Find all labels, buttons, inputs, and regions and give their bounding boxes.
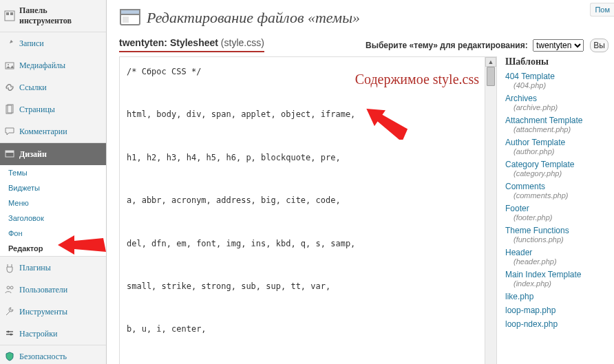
theme-select[interactable]: twentyten xyxy=(533,39,584,52)
svg-rect-6 xyxy=(8,105,13,113)
submenu-header[interactable]: Заголовок xyxy=(0,211,106,226)
template-file-item: Theme Functions(functions.php) xyxy=(505,226,608,244)
sidebar-item-pages[interactable]: Страницы xyxy=(0,98,106,120)
code-editor[interactable]: /* Сброс CSS */ html, body, div, span, a… xyxy=(119,56,497,364)
template-file-link[interactable]: 404 Template xyxy=(505,72,555,81)
svg-point-9 xyxy=(7,286,10,289)
svg-point-14 xyxy=(10,334,12,336)
template-file-item: like.php xyxy=(505,292,608,301)
svg-rect-5 xyxy=(6,105,12,114)
sidebar-label: Пользователи xyxy=(19,285,67,295)
appearance-icon xyxy=(4,149,15,160)
submenu-background[interactable]: Фон xyxy=(0,226,106,241)
sidebar-label: Комментарии xyxy=(19,127,67,137)
scroll-up-icon[interactable]: ▲ xyxy=(485,57,496,67)
svg-point-10 xyxy=(10,286,13,289)
templates-heading: Шаблоны xyxy=(505,56,608,67)
submenu-widgets[interactable]: Виджеты xyxy=(0,180,106,195)
sidebar-label: Безопасность xyxy=(19,352,67,362)
template-file-link[interactable]: Category Template xyxy=(505,160,575,169)
users-icon xyxy=(4,284,15,295)
template-file-name: (archive.php) xyxy=(505,103,608,111)
svg-rect-2 xyxy=(10,12,13,15)
scrollbar[interactable]: ▲ ▼ xyxy=(485,57,496,364)
template-file-item: Author Template(author.php) xyxy=(505,138,608,156)
svg-rect-18 xyxy=(123,17,129,23)
sidebar-item-users[interactable]: Пользователи xyxy=(0,279,106,301)
svg-rect-8 xyxy=(6,151,14,153)
template-file-name: (footer.php) xyxy=(505,213,608,222)
theme-select-area: Выберите «тему» для редактирования: twen… xyxy=(366,39,608,52)
submenu-editor[interactable]: Редактор xyxy=(0,241,106,256)
comment-icon xyxy=(4,126,15,137)
template-file-name: (functions.php) xyxy=(505,235,608,244)
shield-icon xyxy=(4,351,15,362)
template-file-item: loop-ndex.php xyxy=(505,319,608,329)
dashboard-icon xyxy=(4,10,15,21)
sidebar-item-comments[interactable]: Комментарии xyxy=(0,120,106,142)
code-text[interactable]: /* Сброс CSS */ html, body, div, span, a… xyxy=(120,57,496,364)
main-content: Пом Редактирование файлов «темы» twentyt… xyxy=(107,0,614,364)
template-file-link[interactable]: Comments xyxy=(505,182,545,191)
media-icon xyxy=(4,60,15,71)
sidebar-label: Настройки xyxy=(19,329,57,339)
template-file-name: (category.php) xyxy=(505,169,608,178)
sidebar-item-plugins[interactable]: Плагины xyxy=(0,257,106,279)
appearance-submenu: Темы Виджеты Меню Заголовок Фон Редактор xyxy=(0,165,106,256)
template-file-link[interactable]: Archives xyxy=(505,94,537,103)
sidebar-label: Дизайн xyxy=(19,149,47,160)
page-header: Редактирование файлов «темы» xyxy=(119,7,608,29)
sidebar-label: Ссылки xyxy=(19,83,47,93)
svg-point-4 xyxy=(8,64,9,65)
sidebar-item-posts[interactable]: Записи xyxy=(0,32,106,54)
template-file-link[interactable]: Footer xyxy=(505,204,529,213)
sidebar-label: Медиафайлы xyxy=(19,61,65,71)
tools-icon xyxy=(4,306,15,317)
svg-rect-17 xyxy=(120,10,140,14)
sidebar-label: Записи xyxy=(19,39,44,49)
sidebar-item-security[interactable]: Безопасность xyxy=(0,345,106,364)
file-title-name: twentyten: Stylesheet xyxy=(119,37,218,48)
template-file-link[interactable]: loop-ndex.php xyxy=(505,319,558,329)
submenu-menus[interactable]: Меню xyxy=(0,195,106,211)
template-file-name: (404.php) xyxy=(505,81,608,89)
sidebar-item-tools[interactable]: Инструменты xyxy=(0,301,106,323)
settings-icon xyxy=(4,328,15,339)
page-title: Редактирование файлов «темы» xyxy=(147,9,360,27)
template-file-item: Main Index Template(index.php) xyxy=(505,270,608,288)
template-file-link[interactable]: Main Index Template xyxy=(505,270,582,279)
sidebar-label: Плагины xyxy=(19,263,51,273)
sidebar-item-links[interactable]: Ссылки xyxy=(0,76,106,98)
template-file-item: Archives(archive.php) xyxy=(505,94,608,111)
template-file-link[interactable]: like.php xyxy=(505,292,533,301)
pin-icon xyxy=(4,38,15,49)
submenu-themes[interactable]: Темы xyxy=(0,165,106,180)
sidebar-item-media[interactable]: Медиафайлы xyxy=(0,54,106,76)
template-file-link[interactable]: loop-map.php xyxy=(505,306,555,315)
sidebar-item-appearance[interactable]: Дизайн xyxy=(0,143,106,165)
template-file-item: Header(header.php) xyxy=(505,248,608,266)
svg-rect-1 xyxy=(6,12,9,15)
template-file-item: Attachment Template(attachment.php) xyxy=(505,116,608,133)
template-file-link[interactable]: Theme Functions xyxy=(505,226,569,235)
help-button[interactable]: Пом xyxy=(590,3,614,17)
sidebar-label: Панель инструментов xyxy=(19,6,100,26)
template-file-item: Footer(footer.php) xyxy=(505,204,608,222)
template-file-link[interactable]: Attachment Template xyxy=(505,116,583,125)
sidebar-item-dashboard[interactable]: Панель инструментов xyxy=(0,0,106,32)
sidebar-item-settings[interactable]: Настройки xyxy=(0,323,106,345)
scrollbar-thumb[interactable] xyxy=(487,67,495,86)
select-theme-button[interactable]: Вы xyxy=(590,39,608,52)
theme-editor-icon xyxy=(119,7,141,29)
theme-select-label: Выберите «тему» для редактирования: xyxy=(366,41,528,50)
admin-sidebar: Панель инструментов Записи Медиафайлы Сс… xyxy=(0,0,107,364)
templates-column: Шаблоны 404 Template(404.php)Archives(ar… xyxy=(505,56,608,333)
template-file-link[interactable]: Header xyxy=(505,248,532,257)
template-file-link[interactable]: Author Template xyxy=(505,138,565,147)
template-file-item: Comments(comments.php) xyxy=(505,182,608,200)
sidebar-label: Инструменты xyxy=(19,307,67,317)
template-file-name: (index.php) xyxy=(505,279,608,288)
template-file-item: 404 Template(404.php) xyxy=(505,72,608,89)
template-file-name: (author.php) xyxy=(505,147,608,156)
page-icon xyxy=(4,104,15,115)
